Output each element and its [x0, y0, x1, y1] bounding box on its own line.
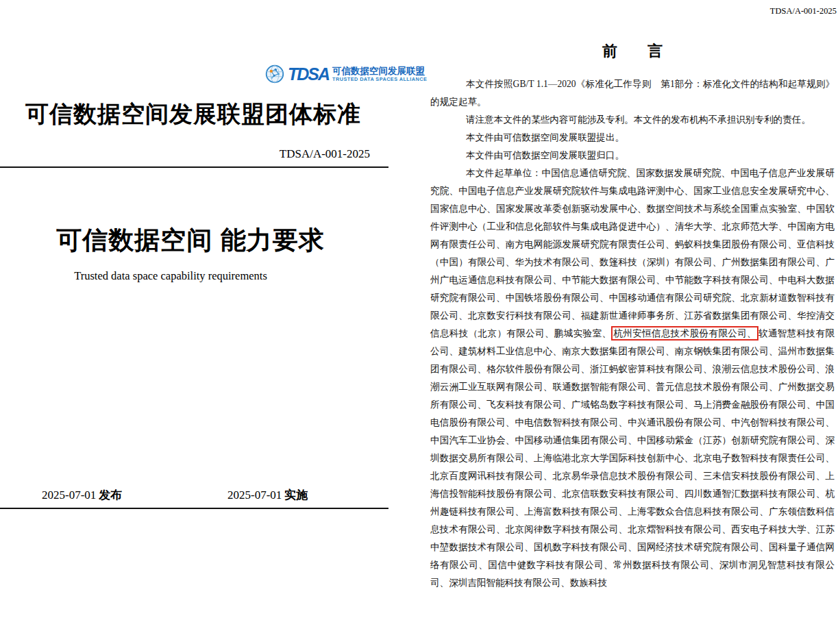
- foreword-paragraph: 本文件按照GB/T 1.1—2020《标准化工作导则 第1部分：标准化文件的结构…: [430, 75, 835, 111]
- drafting-units-after: 软通智慧科技有限公司、建筑材料工业信息中心、南京大数据集团有限公司、南京钢铁集团…: [430, 328, 835, 588]
- drafting-units-paragraph: 本文件起草单位：中国信息通信研究院、国家数据发展研究院、中国电子信息产业发展研究…: [430, 164, 835, 592]
- foreword-page: TDSA/A-001-2025 前 言 本文件按照GB/T 1.1—2020《标…: [425, 0, 840, 631]
- tdsa-globe-icon: [265, 64, 284, 84]
- drafting-units-before: 本文件起草单位：中国信息通信研究院、国家数据发展研究院、中国电子信息产业发展研究…: [430, 168, 835, 338]
- series-title: 可信数据空间发展联盟团体标准: [25, 99, 361, 130]
- issue-date: 2025-07-01: [42, 488, 96, 502]
- implement-date: 2025-07-01: [227, 488, 282, 502]
- tdsa-logo: TDSA 可信数据空间发展联盟 TRUSTED DATA SPACES ALLI…: [265, 64, 427, 84]
- implement-label: 实施: [284, 488, 308, 502]
- highlighted-company-box: 杭州安恒信息技术股份有限公司、: [611, 326, 758, 341]
- logo-name-en: TRUSTED DATA SPACES ALLIANCE: [332, 76, 427, 82]
- running-header-doc-number: TDSA/A-001-2025: [770, 6, 837, 16]
- issue-date-line: 2025-07-01发布: [42, 487, 122, 503]
- implement-date-line: 2025-07-01实施: [227, 487, 308, 503]
- foreword-paragraph: 本文件由可信数据空间发展联盟归口。: [430, 147, 835, 164]
- cover-top-rule: [0, 166, 388, 168]
- foreword-title: 前 言: [430, 41, 835, 62]
- foreword-body: 本文件按照GB/T 1.1—2020《标准化工作导则 第1部分：标准化文件的结构…: [430, 75, 835, 592]
- cover-bottom-rule: [0, 508, 388, 509]
- cover-doc-number: TDSA/A-001-2025: [199, 147, 370, 161]
- foreword-paragraph: 本文件由可信数据空间发展联盟提出。: [430, 129, 835, 147]
- logo-name-cn: 可信数据空间发展联盟: [332, 66, 427, 76]
- logo-names: 可信数据空间发展联盟 TRUSTED DATA SPACES ALLIANCE: [332, 66, 427, 82]
- standard-title-cn: 可信数据空间 能力要求: [0, 223, 381, 258]
- cover-page: TDSA 可信数据空间发展联盟 TRUSTED DATA SPACES ALLI…: [0, 0, 411, 631]
- standard-title-en: Trusted data space capability requiremen…: [0, 269, 341, 283]
- logo-acronym: TDSA: [288, 66, 329, 83]
- foreword-paragraph: 请注意本文件的某些内容可能涉及专利。本文件的发布机构不承担识别专利的责任。: [430, 111, 835, 129]
- issue-label: 发布: [99, 488, 122, 502]
